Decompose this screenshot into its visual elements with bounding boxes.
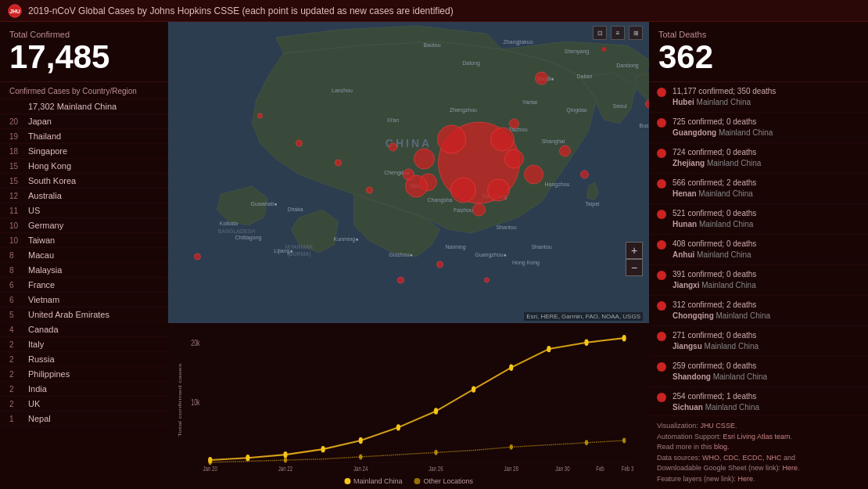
blog-link[interactable]: blog xyxy=(714,443,727,451)
country-item[interactable]: 2Russia xyxy=(0,352,168,367)
svg-point-57 xyxy=(560,146,571,156)
country-item[interactable]: 2Italy xyxy=(0,337,168,352)
country-item[interactable]: 5United Arab Emirates xyxy=(0,307,168,322)
death-stats: 259 confirmed; 0 deaths xyxy=(673,361,767,372)
country-name: Hong Kong xyxy=(28,161,71,171)
death-dot xyxy=(657,301,666,311)
death-dot xyxy=(657,88,666,97)
right-panel: Total Deaths 362 11,177 confirmed; 350 d… xyxy=(649,22,868,489)
svg-point-42 xyxy=(602,47,607,52)
svg-text:Yantai: Yantai xyxy=(522,99,538,105)
svg-text:Hong Kong: Hong Kong xyxy=(512,260,540,266)
country-item[interactable]: 8Macau xyxy=(0,248,168,263)
svg-text:Zhengzhou: Zhengzhou xyxy=(450,107,477,113)
country-item[interactable]: 11US xyxy=(0,203,168,218)
country-item[interactable]: 1Nepal xyxy=(0,412,168,426)
death-item: 391 confirmed; 0 deaths Jiangxi Mainland… xyxy=(649,265,868,296)
map-toolbar: ⊡ ≡ ⊞ xyxy=(593,26,643,40)
svg-text:Shanghai: Shanghai xyxy=(542,138,565,145)
svg-point-93 xyxy=(585,440,588,445)
death-location: Jiangsu Mainland China xyxy=(673,341,759,352)
svg-rect-69 xyxy=(176,329,641,471)
svg-text:Guangzhou●: Guangzhou● xyxy=(475,252,506,258)
svg-text:Feb 3: Feb 3 xyxy=(622,465,634,471)
death-location: Shandong Mainland China xyxy=(673,372,767,383)
death-info: 11,177 confirmed; 350 deaths Hubei Mainl… xyxy=(673,86,776,108)
cdc-link[interactable]: CDC xyxy=(723,454,739,462)
country-rank: 6 xyxy=(9,281,25,289)
death-location: Henan Mainland China xyxy=(673,189,756,200)
nhc-link[interactable]: NHC xyxy=(766,454,782,462)
zoom-out-button[interactable]: − xyxy=(626,259,643,276)
country-rank: 8 xyxy=(9,266,25,275)
country-item[interactable]: 8Malaysia xyxy=(0,263,168,278)
who-link[interactable]: WHO xyxy=(702,454,719,462)
legend-mainland-china: Mainland China xyxy=(344,477,403,485)
svg-point-48 xyxy=(488,179,510,201)
jhu-csse-link[interactable]: JHU CSSE xyxy=(700,422,735,430)
country-item[interactable]: 2UK xyxy=(0,397,168,412)
svg-point-89 xyxy=(284,458,287,463)
country-item[interactable]: 2India xyxy=(0,382,168,397)
svg-text:Dandong: Dandong xyxy=(616,63,639,69)
svg-point-78 xyxy=(283,451,287,458)
country-item[interactable]: 10Germany xyxy=(0,218,168,233)
map-tool-list[interactable]: ≡ xyxy=(611,26,625,40)
death-dot xyxy=(657,271,666,280)
country-rank: 2 xyxy=(9,340,25,349)
viz-attribution: Visualization: JHU CSSE. Automation Supp… xyxy=(649,415,868,489)
svg-text:Jan 24: Jan 24 xyxy=(353,465,368,471)
svg-point-80 xyxy=(359,437,363,444)
country-rank: 18 xyxy=(9,147,25,156)
svg-text:Baotou: Baotou xyxy=(423,42,440,48)
confirmed-header: Confirmed Cases by Country/Region xyxy=(0,82,168,99)
legend-dot-mainland xyxy=(344,478,350,484)
zoom-in-button[interactable]: + xyxy=(626,242,643,259)
esri-link[interactable]: Esri Living Atlas team xyxy=(723,433,791,440)
app-header: JHU 2019-nCoV Global Cases by Johns Hopk… xyxy=(0,0,868,22)
svg-point-65 xyxy=(398,277,404,283)
country-item[interactable]: 15South Korea xyxy=(0,174,168,189)
svg-point-58 xyxy=(510,119,519,128)
sheet-link[interactable]: Here xyxy=(783,464,798,472)
country-rank: 15 xyxy=(9,177,25,185)
country-item[interactable]: 2Philippines xyxy=(0,367,168,382)
death-item: 566 confirmed; 2 deaths Henan Mainland C… xyxy=(649,174,868,204)
country-item[interactable]: 6Vietnam xyxy=(0,293,168,307)
country-item[interactable]: 17,302 Mainland China xyxy=(0,99,168,114)
map-tool-grid[interactable]: ⊞ xyxy=(629,26,643,40)
svg-point-82 xyxy=(434,408,438,414)
death-location: Guangdong Mainland China xyxy=(673,128,773,138)
death-info: 566 confirmed; 2 deaths Henan Mainland C… xyxy=(673,178,756,200)
country-item[interactable]: 15Hong Kong xyxy=(0,159,168,174)
country-item[interactable]: 6France xyxy=(0,278,168,293)
country-rank: 1 xyxy=(9,415,25,423)
country-rank: 11 xyxy=(9,207,25,215)
svg-point-87 xyxy=(622,335,626,341)
country-item[interactable]: 12Australia xyxy=(0,189,168,203)
country-rank: 2 xyxy=(9,385,25,394)
country-name: South Korea xyxy=(28,176,76,185)
country-name: Germany xyxy=(28,221,63,230)
country-item[interactable]: 20Japan xyxy=(0,114,168,129)
layers-link[interactable]: Here xyxy=(738,475,754,483)
death-dot xyxy=(657,240,666,250)
country-name: UK xyxy=(28,399,40,408)
ecdc-link[interactable]: ECDC xyxy=(743,454,763,462)
country-item[interactable]: 18Singapore xyxy=(0,144,168,159)
country-item[interactable]: 19Thailand xyxy=(0,129,168,144)
death-info: 271 confirmed; 0 deaths Jiangsu Mainland… xyxy=(673,330,759,352)
country-rank: 2 xyxy=(9,370,25,379)
country-rank: 5 xyxy=(9,311,25,319)
map-svg: CHINA BANGLADESH MYANMAR (BURMA) Baotou … xyxy=(168,22,649,323)
map-tool-bookmark[interactable]: ⊡ xyxy=(593,26,607,40)
country-name: Vietnam xyxy=(28,295,59,304)
country-name: Nepal xyxy=(28,414,51,423)
country-name: France xyxy=(28,280,55,289)
country-item[interactable]: 10Taiwan xyxy=(0,233,168,248)
svg-text:Total confirmed cases: Total confirmed cases xyxy=(178,363,183,437)
svg-point-44 xyxy=(438,125,466,153)
death-dot xyxy=(657,210,666,219)
country-item[interactable]: 4Canada xyxy=(0,322,168,337)
death-dot xyxy=(657,179,666,189)
